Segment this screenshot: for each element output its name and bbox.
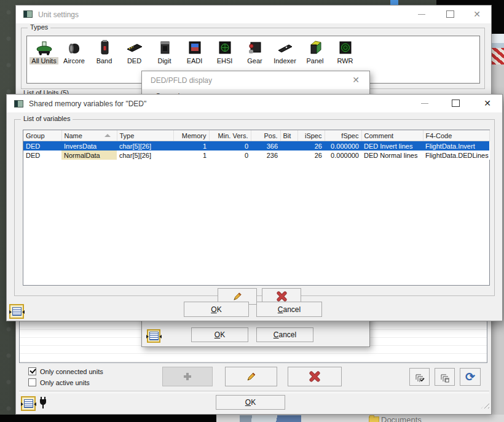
edit-pencil-icon — [232, 291, 243, 302]
cell-f4-code: FlightData.Invert — [423, 141, 489, 151]
col-header-memory[interactable]: Memory — [173, 130, 209, 141]
rwr-icon — [336, 39, 355, 57]
close-button[interactable]: ✕ — [348, 74, 363, 86]
cell-comment: DED Normal lines — [361, 150, 423, 160]
cell-comment: DED Invert lines — [361, 141, 423, 151]
divider — [19, 391, 489, 393]
cell-f4-code: FlightData.DEDLines — [423, 150, 489, 160]
app-icon — [14, 100, 23, 107]
list-of-variables-label: List of variables — [21, 115, 73, 122]
close-button[interactable]: ✕ — [480, 97, 495, 109]
cell-name: NormalData — [61, 150, 117, 160]
background-video-black — [0, 415, 216, 422]
col-header-bit[interactable]: Bit — [280, 130, 297, 141]
documents-folder-icon — [369, 416, 379, 422]
window-layout-icon[interactable] — [147, 329, 160, 343]
types-group-label: Types — [28, 23, 50, 31]
filter-label: Only active units — [40, 379, 90, 386]
col-header-f4-code[interactable]: F4-Code — [423, 130, 489, 141]
type-item-label: All Units — [30, 57, 58, 64]
variables-table: Group Name Type Memory Min. Vers. Pos. B… — [23, 130, 490, 160]
shared-cancel-button[interactable]: Cancel — [256, 302, 322, 317]
edit-unit-button[interactable] — [225, 367, 277, 386]
col-header-type[interactable]: Type — [117, 130, 173, 141]
ded-pfld-titlebar[interactable]: DED/PFLD display ✕ — [142, 71, 369, 89]
table-row-normaldata[interactable]: DED NormalData char[5][26] 1 0 236 26 0.… — [23, 150, 489, 160]
ok-label: OK — [215, 330, 225, 339]
window-layout-icon[interactable] — [9, 304, 24, 319]
unit-settings-titlebar[interactable]: Unit settings ✕ — [16, 6, 491, 23]
ded-pfld-cancel-button[interactable]: Cancel — [256, 327, 313, 342]
ded-pfld-ok-button[interactable]: OK — [191, 327, 248, 342]
select-connected-button[interactable] — [409, 368, 430, 386]
type-item-all-units[interactable]: All Units — [29, 39, 59, 64]
table-row-inversdata[interactable]: DED InversData char[5][26] 1 0 366 26 0.… — [23, 141, 489, 151]
col-header-min-vers[interactable]: Min. Vers. — [209, 130, 251, 141]
maximize-button[interactable] — [443, 8, 457, 20]
select-all-icon — [439, 372, 451, 383]
filter-only-active[interactable]: Only active units — [28, 378, 90, 386]
type-item-label: EADI — [185, 57, 205, 64]
cell-group: DED — [23, 150, 61, 160]
resize-grip[interactable] — [481, 402, 489, 408]
type-item-band[interactable]: Band — [89, 39, 119, 64]
ded-icon — [125, 39, 144, 57]
select-all-button[interactable] — [435, 368, 455, 386]
ehsi-icon — [216, 39, 234, 57]
col-header-fspec[interactable]: fSpec — [325, 130, 361, 141]
indexer-icon — [276, 39, 294, 57]
shared-memory-titlebar[interactable]: Shared memory variables for "DED" ✕ — [7, 95, 502, 112]
checkbox-icon[interactable] — [28, 367, 36, 375]
cell-pos: 236 — [251, 150, 280, 160]
minimize-button[interactable] — [417, 97, 432, 109]
shared-ok-button[interactable]: OK — [184, 302, 249, 317]
type-item-ehsi[interactable]: EHSI — [210, 39, 240, 64]
col-header-name[interactable]: Name — [61, 130, 117, 141]
cancel-label: Cancel — [278, 305, 301, 314]
panel-icon — [306, 39, 325, 57]
type-item-digit[interactable]: Digit — [149, 39, 179, 64]
delete-unit-button[interactable] — [288, 367, 342, 386]
edit-pencil-icon — [246, 371, 257, 382]
type-item-panel[interactable]: Panel — [300, 39, 330, 64]
type-item-ded[interactable]: DED — [119, 39, 149, 64]
delete-x-icon — [309, 371, 320, 382]
type-item-eadi[interactable]: EADI — [179, 39, 210, 64]
sort-ascending-icon — [104, 134, 111, 137]
variables-table-container: Group Name Type Memory Min. Vers. Pos. B… — [23, 130, 490, 286]
cell-min-vers: 0 — [209, 141, 251, 151]
maximize-button[interactable] — [448, 97, 463, 109]
refresh-button[interactable]: ⟳ — [460, 368, 481, 386]
col-header-group[interactable]: Group — [23, 130, 61, 141]
type-item-aircore[interactable]: Aircore — [59, 39, 89, 64]
col-header-comment[interactable]: Comment — [361, 130, 423, 141]
close-button[interactable]: ✕ — [470, 8, 484, 20]
cell-ispec: 26 — [297, 150, 325, 160]
aircore-icon — [65, 39, 84, 57]
type-item-label: Gear — [245, 57, 264, 64]
cell-type: char[5][26] — [117, 141, 173, 151]
plug-icon — [38, 396, 48, 410]
col-header-pos[interactable]: Pos. — [251, 130, 280, 141]
background-pencil-photo — [240, 415, 301, 422]
type-item-label: Indexer — [272, 57, 298, 64]
type-item-label: EHSI — [215, 57, 235, 64]
delete-x-icon — [277, 291, 287, 302]
window-layout-icon[interactable] — [21, 396, 36, 411]
checkbox-icon[interactable] — [28, 378, 36, 386]
filter-only-connected[interactable]: Only connected units — [28, 367, 103, 375]
add-unit-button[interactable] — [162, 367, 213, 386]
type-item-indexer[interactable]: Indexer — [270, 39, 300, 64]
type-item-rwr[interactable]: RWR — [330, 39, 360, 64]
ok-label: OK — [245, 398, 256, 407]
desktop-fragment-blue — [390, 0, 398, 5]
filter-label: Only connected units — [40, 368, 103, 375]
shared-memory-dialog: Shared memory variables for "DED" ✕ List… — [6, 94, 503, 321]
col-header-ispec[interactable]: iSpec — [297, 130, 325, 141]
unit-settings-ok-button[interactable]: OK — [216, 395, 285, 410]
type-item-label: RWR — [335, 57, 355, 64]
minimize-button[interactable] — [414, 8, 429, 20]
add-icon — [183, 372, 192, 381]
type-item-gear[interactable]: Gear — [240, 39, 270, 64]
background-black-right — [492, 0, 504, 34]
